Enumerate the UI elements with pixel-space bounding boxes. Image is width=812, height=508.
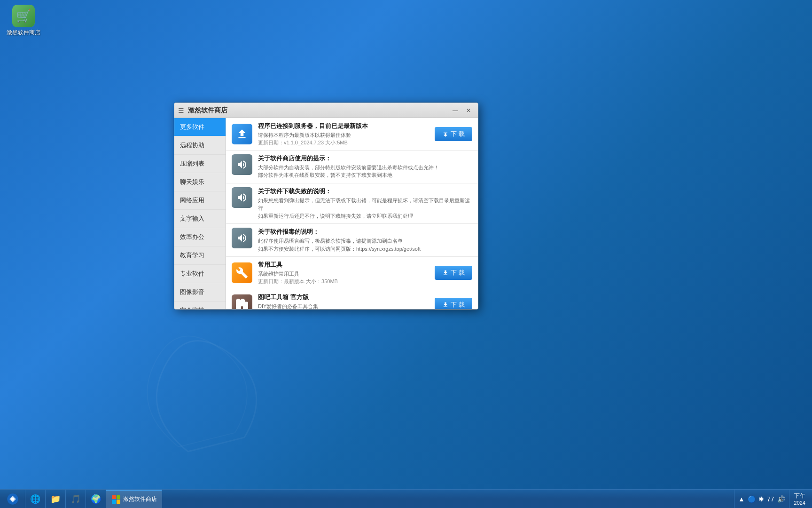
item-content-tips: 关于软件商店使用的提示： 大部分软件为自动安装，部分特别版软件安装前需要退出杀毒… bbox=[258, 154, 439, 179]
item-icon-upload bbox=[232, 124, 252, 144]
tray-expand-icon[interactable]: ▲ bbox=[738, 495, 745, 503]
app-window: ☰ 潋然软件商店 — ✕ 更多软件 远程协助 压缩列表 聊天娱乐 网络应用 文字… bbox=[174, 103, 478, 310]
list-item-toolbox: 图吧工具箱 官方版 DIY爱好者的必备工具合集 更新日期：v2024.07 大小… bbox=[226, 289, 478, 310]
item-content-download-fail: 关于软件下载失败的说明： 如果您您看到弹出提示，但无法下载或下载出错，可能是程序… bbox=[258, 187, 472, 220]
taskbar-app-media[interactable]: 🎵 bbox=[66, 490, 86, 508]
window-title: 潋然软件商店 bbox=[188, 106, 450, 115]
sidebar-item-office[interactable]: 效率办公 bbox=[174, 228, 226, 246]
taskbar-apps: 🌐 📁 🎵 🌍 潋然软件商店 bbox=[25, 490, 162, 508]
explorer-icon: 📁 bbox=[50, 494, 61, 504]
list-item-download-fail: 关于软件下载失败的说明： 如果您您看到弹出提示，但无法下载或下载出错，可能是程序… bbox=[226, 183, 478, 224]
list-item-tips: 关于软件商店使用的提示： 大部分软件为自动安装，部分特别版软件安装前需要退出杀毒… bbox=[226, 151, 478, 183]
taskbar-app-store[interactable]: 潋然软件商店 bbox=[106, 490, 162, 508]
item-desc-download-fail: 如果您您看到弹出提示，但无法下载或下载出错，可能是程序损坏，请清空下载目录后重新… bbox=[258, 197, 472, 220]
item-title-tips: 关于软件商店使用的提示： bbox=[258, 154, 439, 163]
sidebar-item-chat[interactable]: 聊天娱乐 bbox=[174, 173, 226, 191]
list-item-tools: 常用工具 系统维护常用工具 更新日期：最新版本 大小：350MB 下 载 bbox=[226, 257, 478, 289]
list-item: 程序已连接到服务器，目前已是最新版本 请保持本程序为最新版本以获得最佳体验 更新… bbox=[226, 118, 478, 151]
sidebar-item-professional[interactable]: 专业软件 bbox=[174, 265, 226, 283]
clock-time: 下午 bbox=[794, 492, 805, 500]
download-button-toolbox[interactable]: 下 载 bbox=[435, 298, 472, 309]
desktop-icon-label: 潋然软件商店 bbox=[7, 29, 40, 37]
sidebar-item-education[interactable]: 教育学习 bbox=[174, 246, 226, 265]
desktop-icon-image: 🛒 bbox=[12, 5, 35, 27]
sidebar: 更多软件 远程协助 压缩列表 聊天娱乐 网络应用 文字输入 效率办公 教育学习 … bbox=[174, 118, 226, 309]
clock[interactable]: 下午 2024 bbox=[789, 490, 810, 508]
item-title-toolbox: 图吧工具箱 官方版 bbox=[258, 293, 431, 302]
sidebar-item-compress[interactable]: 压缩列表 bbox=[174, 155, 226, 173]
taskbar-app-explorer[interactable]: 📁 bbox=[46, 490, 66, 508]
svg-point-1 bbox=[11, 497, 14, 500]
taskbar-app-chrome[interactable]: 🌍 bbox=[86, 490, 106, 508]
clock-date: 2024 bbox=[794, 500, 805, 506]
list-item-virus-warn: 关于软件报毒的说明： 此程序使用易语言编写，极易被杀软报毒，请提前添加到白名单如… bbox=[226, 224, 478, 257]
item-desc-toolbox: DIY爱好者的必备工具合集 bbox=[258, 302, 431, 310]
item-content-tools: 常用工具 系统维护常用工具 更新日期：最新版本 大小：350MB bbox=[258, 261, 431, 285]
item-icon-toolbox bbox=[232, 294, 252, 309]
item-meta-tools: 更新日期：最新版本 大小：350MB bbox=[258, 278, 431, 285]
item-icon-speaker3 bbox=[232, 228, 252, 248]
minimize-button[interactable]: — bbox=[450, 106, 461, 115]
item-title: 程序已连接到服务器，目前已是最新版本 bbox=[258, 122, 431, 130]
item-desc: 请保持本程序为最新版本以获得最佳体验 bbox=[258, 131, 431, 139]
desktop-icon-app[interactable]: 🛒 潋然软件商店 bbox=[5, 5, 42, 37]
app-body: 更多软件 远程协助 压缩列表 聊天娱乐 网络应用 文字输入 效率办公 教育学习 … bbox=[174, 118, 478, 309]
tray-battery-icon[interactable]: 77 bbox=[767, 495, 774, 503]
close-button[interactable]: ✕ bbox=[463, 106, 474, 115]
item-content-virus: 关于软件报毒的说明： 此程序使用易语言编写，极易被杀软报毒，请提前添加到白名单如… bbox=[258, 228, 421, 253]
sidebar-item-remote[interactable]: 远程协助 bbox=[174, 136, 226, 155]
taskbar-right: ▲ 🔵 ✱ 77 🔊 下午 2024 bbox=[734, 490, 812, 508]
tray-volume-icon[interactable]: 🔊 bbox=[777, 495, 785, 503]
chrome-icon: 🌍 bbox=[91, 494, 101, 504]
content-area[interactable]: 程序已连接到服务器，目前已是最新版本 请保持本程序为最新版本以获得最佳体验 更新… bbox=[226, 118, 478, 309]
store-app-icon bbox=[111, 494, 121, 505]
item-content: 程序已连接到服务器，目前已是最新版本 请保持本程序为最新版本以获得最佳体验 更新… bbox=[258, 122, 431, 146]
item-icon-tools bbox=[232, 262, 252, 283]
item-desc-virus: 此程序使用易语言编写，极易被杀软报毒，请提前添加到白名单如果不方便安装此程序，可… bbox=[258, 237, 421, 253]
item-desc-tools: 系统维护常用工具 bbox=[258, 270, 431, 278]
download-button-1[interactable]: 下 载 bbox=[435, 127, 472, 141]
tray-bluetooth-icon[interactable]: ✱ bbox=[758, 495, 764, 503]
sidebar-item-media[interactable]: 图像影音 bbox=[174, 283, 226, 302]
start-button[interactable] bbox=[0, 490, 25, 508]
media-icon: 🎵 bbox=[70, 494, 81, 504]
menu-icon[interactable]: ☰ bbox=[178, 107, 184, 114]
item-icon-speaker1 bbox=[232, 154, 252, 175]
taskbar-app-store-label: 潋然软件商店 bbox=[123, 495, 157, 503]
window-controls: — ✕ bbox=[450, 106, 474, 115]
sidebar-item-network[interactable]: 网络应用 bbox=[174, 191, 226, 210]
download-button-tools[interactable]: 下 载 bbox=[435, 266, 472, 280]
item-meta: 更新日期：v1.1.0_2024.7.23 大小:5MB bbox=[258, 139, 431, 146]
item-icon-speaker2 bbox=[232, 187, 252, 208]
tray-icons: ▲ 🔵 ✱ 77 🔊 bbox=[734, 490, 789, 508]
item-content-toolbox: 图吧工具箱 官方版 DIY爱好者的必备工具合集 更新日期：v2024.07 大小… bbox=[258, 293, 431, 310]
item-title-virus: 关于软件报毒的说明： bbox=[258, 228, 421, 236]
item-desc-tips: 大部分软件为自动安装，部分特别版软件安装前需要退出杀毒软件或点击允许！部分软件为… bbox=[258, 164, 439, 179]
sidebar-item-more-software[interactable]: 更多软件 bbox=[174, 118, 226, 136]
sidebar-item-text-input[interactable]: 文字输入 bbox=[174, 210, 226, 228]
taskbar-app-ie[interactable]: 🌐 bbox=[25, 490, 46, 508]
taskbar: 🌐 📁 🎵 🌍 潋然软件商店 ▲ 🔵 ✱ bbox=[0, 489, 812, 508]
item-title-tools: 常用工具 bbox=[258, 261, 431, 269]
sidebar-item-security[interactable]: 安全防护 bbox=[174, 302, 226, 309]
item-title-download-fail: 关于软件下载失败的说明： bbox=[258, 187, 472, 196]
title-bar: ☰ 潋然软件商店 — ✕ bbox=[174, 103, 478, 118]
tray-network-icon[interactable]: 🔵 bbox=[748, 495, 756, 503]
ie-icon: 🌐 bbox=[30, 494, 40, 504]
